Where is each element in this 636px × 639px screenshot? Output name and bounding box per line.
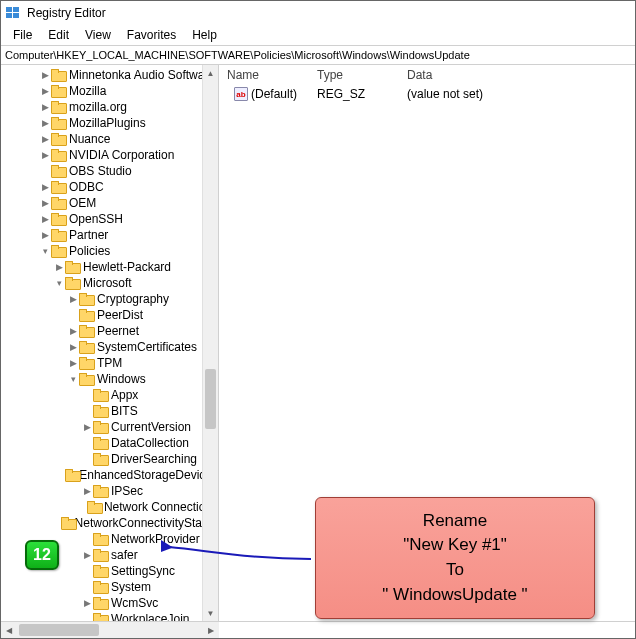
chevron-right-icon[interactable]: ▶ <box>67 339 79 355</box>
address-bar[interactable]: Computer\HKEY_LOCAL_MACHINE\SOFTWARE\Pol… <box>1 45 635 65</box>
chevron-right-icon[interactable]: ▶ <box>67 291 79 307</box>
tree-item-obs[interactable]: OBS Studio <box>1 163 218 179</box>
svg-rect-1 <box>13 7 19 12</box>
tree-item-tpm[interactable]: ▶TPM <box>1 355 218 371</box>
tree-item-nuance[interactable]: ▶Nuance <box>1 131 218 147</box>
tree-item-openssh[interactable]: ▶OpenSSH <box>1 211 218 227</box>
menu-edit[interactable]: Edit <box>40 26 77 44</box>
scroll-down-icon[interactable]: ▼ <box>203 605 218 621</box>
tree-item-peernet[interactable]: ▶Peernet <box>1 323 218 339</box>
folder-icon <box>93 405 107 417</box>
folder-icon <box>93 581 107 593</box>
chevron-right-icon[interactable]: ▶ <box>39 179 51 195</box>
chevron-right-icon[interactable]: ▶ <box>39 227 51 243</box>
tree-item-datacollection[interactable]: DataCollection <box>1 435 218 451</box>
chevron-right-icon[interactable]: ▶ <box>39 147 51 163</box>
menu-file[interactable]: File <box>5 26 40 44</box>
menu-help[interactable]: Help <box>184 26 225 44</box>
menu-favorites[interactable]: Favorites <box>119 26 184 44</box>
chevron-down-icon[interactable]: ▾ <box>53 275 65 291</box>
folder-icon <box>93 597 107 609</box>
chevron-right-icon[interactable]: ▶ <box>39 99 51 115</box>
tree-item-mozillaplugins[interactable]: ▶MozillaPlugins <box>1 115 218 131</box>
chevron-right-icon[interactable]: ▶ <box>67 323 79 339</box>
tree-item-netconnstat[interactable]: NetworkConnectivityStatus <box>1 515 218 531</box>
tree-item-partner[interactable]: ▶Partner <box>1 227 218 243</box>
chevron-right-icon[interactable]: ▶ <box>39 115 51 131</box>
folder-icon <box>51 149 65 161</box>
folder-icon <box>65 277 79 289</box>
tree-item-driversearching[interactable]: DriverSearching <box>1 451 218 467</box>
folder-icon <box>87 501 100 513</box>
menu-view[interactable]: View <box>77 26 119 44</box>
chevron-right-icon[interactable]: ▶ <box>81 483 93 499</box>
column-type[interactable]: Type <box>309 66 399 84</box>
chevron-right-icon[interactable]: ▶ <box>39 83 51 99</box>
app-icon <box>5 5 21 21</box>
chevron-down-icon[interactable]: ▾ <box>67 371 79 387</box>
tree-item-systemcerts[interactable]: ▶SystemCertificates <box>1 339 218 355</box>
list-row[interactable]: ab (Default) REG_SZ (value not set) <box>219 85 635 103</box>
tree-item-windows[interactable]: ▾Windows <box>1 371 218 387</box>
folder-icon <box>79 373 93 385</box>
tree-item-workplacejoin[interactable]: WorkplaceJoin <box>1 611 218 622</box>
cell-type: REG_SZ <box>309 87 399 101</box>
tree-item-currentversion[interactable]: ▶CurrentVersion <box>1 419 218 435</box>
chevron-right-icon[interactable]: ▶ <box>39 131 51 147</box>
tree-item-wcmsvc[interactable]: ▶WcmSvc <box>1 595 218 611</box>
folder-icon <box>65 261 79 273</box>
scroll-left-icon[interactable]: ◀ <box>1 622 17 638</box>
column-name[interactable]: Name <box>219 66 309 84</box>
tree-item-peerdist[interactable]: PeerDist <box>1 307 218 323</box>
tree-scrollbar-horizontal[interactable]: ◀ ▶ <box>1 622 219 638</box>
folder-icon <box>51 197 65 209</box>
list-header: Name Type Data <box>219 65 635 85</box>
tree-item-mozillaorg[interactable]: ▶mozilla.org <box>1 99 218 115</box>
scroll-track-h[interactable] <box>17 622 203 638</box>
cell-data: (value not set) <box>399 87 635 101</box>
scroll-right-icon[interactable]: ▶ <box>203 622 219 638</box>
tree-item-policies[interactable]: ▾Policies <box>1 243 218 259</box>
chevron-right-icon[interactable]: ▶ <box>81 595 93 611</box>
tree-item-appx[interactable]: Appx <box>1 387 218 403</box>
chevron-right-icon[interactable]: ▶ <box>39 195 51 211</box>
scroll-track[interactable] <box>203 81 218 605</box>
column-data[interactable]: Data <box>399 66 635 84</box>
folder-icon <box>79 357 93 369</box>
chevron-right-icon[interactable]: ▶ <box>53 259 65 275</box>
tree-item-mozilla[interactable]: ▶Mozilla <box>1 83 218 99</box>
tree-item-bits[interactable]: BITS <box>1 403 218 419</box>
folder-icon <box>51 165 65 177</box>
chevron-right-icon[interactable]: ▶ <box>81 419 93 435</box>
tree-item-ipsec[interactable]: ▶IPSec <box>1 483 218 499</box>
tree-item-minnetonka[interactable]: ▶Minnetonka Audio Software <box>1 67 218 83</box>
tree-item-hp[interactable]: ▶Hewlett-Packard <box>1 259 218 275</box>
tree-view[interactable]: ▶Minnetonka Audio Software ▶Mozilla ▶moz… <box>1 65 218 622</box>
tree-item-odbc[interactable]: ▶ODBC <box>1 179 218 195</box>
scroll-thumb-h[interactable] <box>19 624 99 636</box>
tree-item-oem[interactable]: ▶OEM <box>1 195 218 211</box>
folder-icon <box>51 229 65 241</box>
folder-icon <box>51 133 65 145</box>
tree-item-nvidia[interactable]: ▶NVIDIA Corporation <box>1 147 218 163</box>
scroll-up-icon[interactable]: ▲ <box>203 65 218 81</box>
tree-item-system[interactable]: System <box>1 579 218 595</box>
scroll-thumb[interactable] <box>205 369 216 429</box>
chevron-right-icon[interactable]: ▶ <box>39 211 51 227</box>
folder-icon <box>93 389 107 401</box>
chevron-right-icon[interactable]: ▶ <box>81 547 93 563</box>
tree-scrollbar-vertical[interactable]: ▲ ▼ <box>202 65 218 621</box>
tree-item-enhancedstorage[interactable]: EnhancedStorageDevices <box>1 467 218 483</box>
chevron-right-icon[interactable]: ▶ <box>39 67 51 83</box>
folder-icon <box>93 533 107 545</box>
folder-icon <box>51 213 65 225</box>
tree-item-cryptography[interactable]: ▶Cryptography <box>1 291 218 307</box>
folder-icon <box>93 421 107 433</box>
folder-icon <box>79 325 93 337</box>
tree-item-microsoft[interactable]: ▾Microsoft <box>1 275 218 291</box>
chevron-down-icon[interactable]: ▾ <box>39 243 51 259</box>
svg-rect-2 <box>6 13 12 18</box>
chevron-right-icon[interactable]: ▶ <box>67 355 79 371</box>
tree-item-netconn[interactable]: Network Connections <box>1 499 218 515</box>
folder-icon <box>79 309 93 321</box>
